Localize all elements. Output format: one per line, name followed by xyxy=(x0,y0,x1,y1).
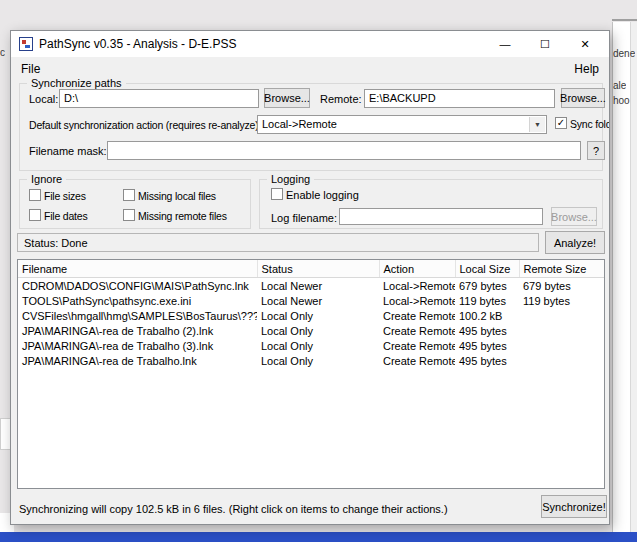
close-button[interactable]: ✕ xyxy=(565,31,605,57)
table-row[interactable]: TOOLS\PathSync\pathsync.exe.iniLocal New… xyxy=(18,293,604,308)
table-cell: Create Remote xyxy=(379,338,455,353)
table-cell: JPA\MARINGA\-rea de Trabalho (3).lnk xyxy=(18,338,257,353)
menu-help[interactable]: Help xyxy=(574,62,599,76)
table-cell: CVSFiles\hmgall\hmg\SAMPLES\BosTaurus\??… xyxy=(18,308,257,323)
column-header-remote-size[interactable]: Remote Size xyxy=(519,260,604,278)
browse-log-button[interactable]: Browse... xyxy=(551,207,597,226)
table-cell: CDROM\DADOS\CONFIG\MAIS\PathSync.lnk xyxy=(18,278,257,294)
table-row[interactable]: JPA\MARINGA\-rea de Trabalho (3).lnkLoca… xyxy=(18,338,604,353)
remote-label: Remote: xyxy=(320,93,362,105)
table-cell: Local->Remote xyxy=(379,278,455,294)
ignore-missing-remote-label: Missing remote files xyxy=(138,210,227,222)
menu-file[interactable]: File xyxy=(21,62,40,76)
summary-text: Synchronizing will copy 102.5 kB in 6 fi… xyxy=(19,503,448,515)
ignore-file-dates-checkbox[interactable] xyxy=(29,209,41,221)
default-action-label: Default synchronization action (requires… xyxy=(29,119,261,131)
table-cell: Local Only xyxy=(257,308,379,323)
check-icon: ✓ xyxy=(557,117,565,128)
table-cell: 679 bytes xyxy=(455,278,519,294)
table-cell xyxy=(519,338,604,353)
default-action-value: Local->Remote xyxy=(262,118,337,130)
table-cell: 100.2 kB xyxy=(455,308,519,323)
table-row[interactable]: JPA\MARINGA\-rea de Trabalho.lnkLocal On… xyxy=(18,353,604,368)
left-edge-text-fragment: c xyxy=(0,47,5,58)
app-icon xyxy=(19,37,33,51)
table-cell: 119 bytes xyxy=(519,293,604,308)
filename-mask-input[interactable] xyxy=(107,141,581,160)
ignore-missing-local-checkbox[interactable] xyxy=(123,189,135,201)
table-cell: JPA\MARINGA\-rea de Trabalho.lnk xyxy=(18,353,257,368)
table-cell: 495 bytes xyxy=(455,338,519,353)
table-cell: Local->Remote xyxy=(379,293,455,308)
table-row[interactable]: JPA\MARINGA\-rea de Trabalho (2).lnkLoca… xyxy=(18,323,604,338)
logging-group-label: Logging xyxy=(267,173,314,185)
taskbar[interactable] xyxy=(0,532,637,542)
table-cell xyxy=(519,308,604,323)
browse-local-button[interactable]: Browse... xyxy=(264,88,310,108)
synchronize-paths-group-label: Synchronize paths xyxy=(27,77,126,89)
table-cell: Create Remote xyxy=(379,353,455,368)
table-cell: 679 bytes xyxy=(519,278,604,294)
ignore-missing-remote-checkbox[interactable] xyxy=(123,209,135,221)
pathsync-window: PathSync v0.35 - Analysis - D-E.PSS — ☐ … xyxy=(10,30,610,525)
right-edge-text-fragment: ale xyxy=(613,80,626,91)
right-edge-text-fragment: hoo xyxy=(613,95,630,106)
file-list[interactable]: Filename Status Action Local Size Remote… xyxy=(17,259,605,489)
log-filename-label: Log filename: xyxy=(271,212,337,224)
table-cell: TOOLS\PathSync\pathsync.exe.ini xyxy=(18,293,257,308)
column-header-action[interactable]: Action xyxy=(379,260,455,278)
ignore-group-label: Ignore xyxy=(27,173,66,185)
synchronize-button[interactable]: Synchronize! xyxy=(541,495,607,518)
table-cell xyxy=(519,353,604,368)
table-cell: 495 bytes xyxy=(455,323,519,338)
remote-path-input[interactable]: E:\BACKUPD xyxy=(364,89,555,108)
column-header-filename[interactable]: Filename xyxy=(18,260,257,278)
table-cell: Local Newer xyxy=(257,293,379,308)
title-bar[interactable]: PathSync v0.35 - Analysis - D-E.PSS — ☐ … xyxy=(11,31,609,57)
log-filename-input[interactable] xyxy=(339,208,543,225)
table-row[interactable]: CVSFiles\hmgall\hmg\SAMPLES\BosTaurus\??… xyxy=(18,308,604,323)
ignore-file-dates-label: File dates xyxy=(44,210,88,222)
local-label: Local: xyxy=(29,93,58,105)
table-cell: Local Newer xyxy=(257,278,379,294)
background-window-edge xyxy=(612,19,637,21)
table-cell: 495 bytes xyxy=(455,353,519,368)
minimize-button[interactable]: — xyxy=(485,31,525,57)
ignore-missing-local-label: Missing local files xyxy=(138,190,216,202)
background-scrollbar[interactable] xyxy=(630,22,637,532)
ignore-file-sizes-checkbox[interactable] xyxy=(29,189,41,201)
right-edge-text-fragment: dene xyxy=(613,48,635,59)
file-list-header: Filename Status Action Local Size Remote… xyxy=(18,260,604,278)
file-list-body: CDROM\DADOS\CONFIG\MAIS\PathSync.lnkLoca… xyxy=(18,278,604,369)
filename-mask-label: Filename mask: xyxy=(29,145,107,157)
chevron-down-icon[interactable]: ▼ xyxy=(529,117,545,132)
table-cell: Create Remote xyxy=(379,323,455,338)
sync-folders-label: Sync folders xyxy=(570,118,610,130)
table-cell: Local Only xyxy=(257,353,379,368)
window-title: PathSync v0.35 - Analysis - D-E.PSS xyxy=(39,37,236,51)
default-action-select[interactable]: Local->Remote ▼ xyxy=(257,115,547,134)
table-cell: Local Only xyxy=(257,323,379,338)
analyze-button[interactable]: Analyze! xyxy=(545,231,605,254)
sync-folders-checkbox[interactable]: ✓ xyxy=(555,117,567,129)
table-row[interactable]: CDROM\DADOS\CONFIG\MAIS\PathSync.lnkLoca… xyxy=(18,278,604,294)
table-cell: Create Remote xyxy=(379,308,455,323)
enable-logging-label: Enable logging xyxy=(286,189,359,201)
table-cell: 119 bytes xyxy=(455,293,519,308)
table-cell: Local Only xyxy=(257,338,379,353)
column-header-local-size[interactable]: Local Size xyxy=(455,260,519,278)
ignore-file-sizes-label: File sizes xyxy=(44,190,86,202)
table-cell: JPA\MARINGA\-rea de Trabalho (2).lnk xyxy=(18,323,257,338)
table-cell xyxy=(519,323,604,338)
maximize-button[interactable]: ☐ xyxy=(525,31,565,57)
status-text: Status: Done xyxy=(17,233,539,252)
column-header-status[interactable]: Status xyxy=(257,260,379,278)
mask-help-button[interactable]: ? xyxy=(587,141,605,160)
enable-logging-checkbox[interactable] xyxy=(271,188,283,200)
browse-remote-button[interactable]: Browse... xyxy=(561,88,605,108)
local-path-input[interactable]: D:\ xyxy=(59,89,259,108)
